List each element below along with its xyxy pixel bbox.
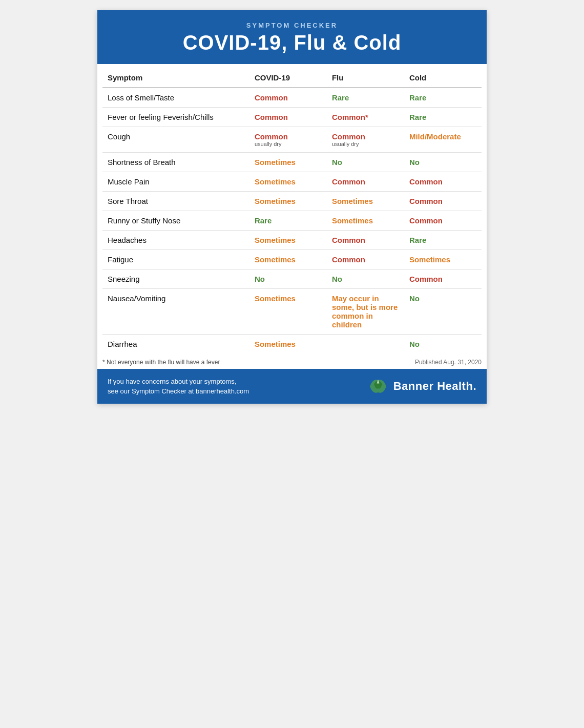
cold-cell: Mild/Moderate: [404, 127, 482, 153]
footnote: * Not everyone with the flu will have a …: [102, 359, 220, 366]
col-flu: Flu: [327, 68, 404, 88]
symptom-cell: Sore Throat: [102, 192, 249, 211]
header-title: COVID-19, Flu & Cold: [108, 31, 476, 54]
covid-cell: Sometimes: [249, 335, 327, 354]
flu-cell: No: [327, 269, 404, 289]
card: Symptom Checker COVID-19, Flu & Cold Sym…: [97, 10, 487, 404]
col-cold: Cold: [404, 68, 482, 88]
footer-line2: see our Symptom Checker at bannerhealth.…: [108, 387, 249, 395]
table-row: Loss of Smell/TasteCommonRareRare: [102, 88, 482, 108]
flu-cell: Common*: [327, 108, 404, 127]
covid-cell: Sometimes: [249, 192, 327, 211]
table-row: SneezingNoNoCommon: [102, 269, 482, 289]
cold-cell: Common: [404, 172, 482, 192]
table-row: Runny or Stuffy NoseRareSometimesCommon: [102, 211, 482, 231]
table-container: Symptom COVID-19 Flu Cold Loss of Smell/…: [97, 68, 487, 353]
symptom-cell: Fever or feeling Feverish/Chills: [102, 108, 249, 127]
table-row: CoughCommonusually dryCommonusually dryM…: [102, 127, 482, 153]
flu-cell: Commonusually dry: [327, 127, 404, 153]
header-subtitle: Symptom Checker: [108, 22, 476, 29]
symptom-cell: Headaches: [102, 231, 249, 250]
table-header-row: Symptom COVID-19 Flu Cold: [102, 68, 482, 88]
symptom-cell: Fatigue: [102, 250, 249, 269]
footer-logo-text: Banner Health.: [393, 380, 476, 393]
header: Symptom Checker COVID-19, Flu & Cold: [97, 10, 487, 64]
covid-cell: No: [249, 269, 327, 289]
flu-cell: Sometimes: [327, 192, 404, 211]
flu-cell: Common: [327, 250, 404, 269]
cold-cell: No: [404, 335, 482, 354]
symptom-cell: Loss of Smell/Taste: [102, 88, 249, 108]
table-row: Sore ThroatSometimesSometimesCommon: [102, 192, 482, 211]
sub-text: usually dry: [332, 141, 398, 147]
cold-cell: Rare: [404, 231, 482, 250]
banner-health-icon: [368, 376, 388, 397]
symptom-cell: Muscle Pain: [102, 172, 249, 192]
symptom-cell: Cough: [102, 127, 249, 153]
flu-cell: Common: [327, 231, 404, 250]
published-date: Published Aug. 31, 2020: [415, 359, 482, 366]
footer-text: If you have concerns about your symptoms…: [108, 377, 249, 397]
covid-cell: Sometimes: [249, 289, 327, 335]
flu-cell: May occur in some, but is more common in…: [327, 289, 404, 335]
symptom-cell: Runny or Stuffy Nose: [102, 211, 249, 231]
flu-cell: Rare: [327, 88, 404, 108]
cold-cell: No: [404, 289, 482, 335]
cold-cell: No: [404, 153, 482, 172]
cold-cell: Common: [404, 192, 482, 211]
covid-cell: Rare: [249, 211, 327, 231]
symptom-cell: Sneezing: [102, 269, 249, 289]
covid-cell: Common: [249, 108, 327, 127]
covid-cell: Commonusually dry: [249, 127, 327, 153]
table-row: HeadachesSometimesCommonRare: [102, 231, 482, 250]
footer-logo: Banner Health.: [368, 376, 476, 397]
symptom-cell: Diarrhea: [102, 335, 249, 354]
col-symptom: Symptom: [102, 68, 249, 88]
cold-cell: Rare: [404, 88, 482, 108]
sub-text: usually dry: [255, 141, 321, 147]
flu-cell: [327, 335, 404, 354]
col-covid: COVID-19: [249, 68, 327, 88]
footer-line1: If you have concerns about your symptoms…: [108, 378, 236, 385]
covid-cell: Sometimes: [249, 231, 327, 250]
cold-cell: Common: [404, 269, 482, 289]
table-row: Nausea/VomitingSometimesMay occur in som…: [102, 289, 482, 335]
symptom-cell: Nausea/Vomiting: [102, 289, 249, 335]
flu-cell: Common: [327, 172, 404, 192]
symptom-table: Symptom COVID-19 Flu Cold Loss of Smell/…: [102, 68, 482, 353]
symptom-cell: Shortness of Breath: [102, 153, 249, 172]
cold-cell: Rare: [404, 108, 482, 127]
table-row: Shortness of BreathSometimesNoNo: [102, 153, 482, 172]
footer: If you have concerns about your symptoms…: [97, 369, 487, 404]
table-row: Fever or feeling Feverish/ChillsCommonCo…: [102, 108, 482, 127]
cold-cell: Common: [404, 211, 482, 231]
table-row: DiarrheaSometimesNo: [102, 335, 482, 354]
footnote-row: * Not everyone with the flu will have a …: [97, 353, 487, 369]
table-row: FatigueSometimesCommonSometimes: [102, 250, 482, 269]
covid-cell: Sometimes: [249, 250, 327, 269]
cold-cell: Sometimes: [404, 250, 482, 269]
covid-cell: Sometimes: [249, 153, 327, 172]
flu-cell: Sometimes: [327, 211, 404, 231]
flu-cell: No: [327, 153, 404, 172]
table-row: Muscle PainSometimesCommonCommon: [102, 172, 482, 192]
covid-cell: Common: [249, 88, 327, 108]
covid-cell: Sometimes: [249, 172, 327, 192]
